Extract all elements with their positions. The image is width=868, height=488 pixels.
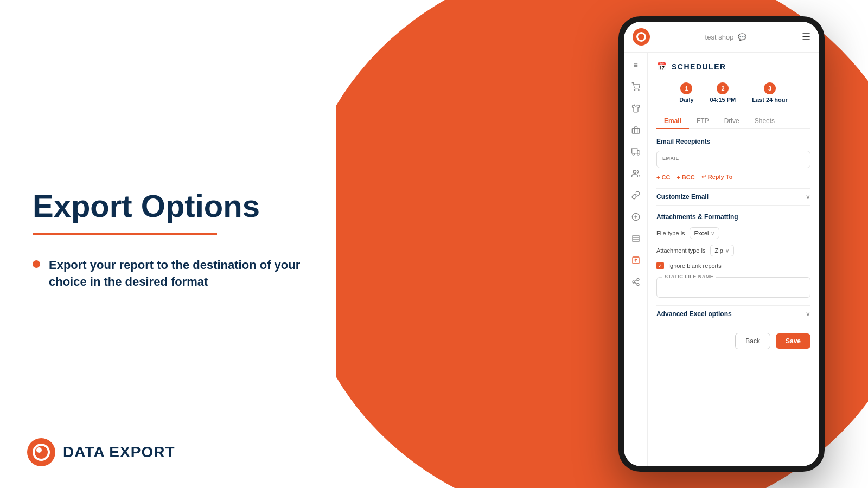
sidebar-icon-cart[interactable] (630, 81, 642, 93)
file-type-chevron-icon: ∨ (711, 230, 714, 236)
phone-sidebar: ≡ (624, 53, 648, 466)
sidebar-icon-money[interactable] (630, 211, 642, 223)
sidebar-icon-network[interactable] (630, 276, 642, 288)
email-field-wrap[interactable]: EMAIL (656, 151, 810, 168)
topbar-center: test shop 💬 (705, 33, 747, 41)
back-button[interactable]: Back (735, 333, 770, 349)
sidebar-icon-shirt[interactable] (630, 102, 642, 114)
bullet-item-1: Export your report to the destination of… (33, 257, 304, 291)
phone-body: ≡ (624, 53, 819, 466)
shop-name: test shop (705, 33, 734, 41)
save-button[interactable]: Save (776, 333, 810, 349)
sidebar-icon-menu[interactable]: ≡ (630, 59, 642, 71)
scheduler-header: 📅 SCHEDULER (656, 61, 810, 72)
customize-label: Customize Email (656, 193, 709, 201)
bcc-button[interactable]: + BCC (676, 174, 694, 181)
customize-row: Customize Email ∨ (656, 188, 810, 206)
phone-topbar: test shop 💬 ☰ (624, 22, 819, 53)
attachment-type-label: Attachment type is (656, 247, 706, 254)
bullet-dot-1 (33, 260, 40, 268)
cc-button[interactable]: + CC (656, 174, 670, 181)
svg-point-16 (637, 284, 639, 286)
sidebar-icon-link[interactable] (630, 189, 642, 201)
phone-main: 📅 SCHEDULER 1 Daily 2 04:15 PM 3 L (648, 53, 819, 466)
attachments-section-label: Attachments & Formatting (656, 213, 810, 221)
step-badge-2: 2 (717, 82, 729, 94)
email-section-label: Email Recepients (656, 138, 810, 145)
attachment-type-row: Attachment type is Zip ∨ (656, 245, 810, 256)
sidebar-icon-export[interactable] (630, 254, 642, 266)
step-label-2: 04:15 PM (710, 97, 736, 103)
svg-point-7 (633, 170, 636, 173)
ignore-blank-row: ✓ Ignore blank reports (656, 262, 810, 269)
chat-icon: 💬 (738, 33, 746, 41)
title-underline (33, 233, 217, 235)
sidebar-icon-truck[interactable] (630, 146, 642, 158)
brand-logo: DATA EXPORT (27, 438, 175, 466)
brand-name: DATA EXPORT (63, 444, 175, 461)
svg-rect-2 (632, 129, 639, 133)
menu-icon[interactable]: ☰ (802, 31, 810, 43)
advanced-label: Advanced Excel options (656, 310, 732, 318)
svg-line-18 (634, 280, 637, 281)
tab-sheets[interactable]: Sheets (747, 114, 782, 129)
tab-ftp[interactable]: FTP (689, 114, 717, 129)
file-type-value: Excel (694, 230, 709, 236)
tab-email[interactable]: Email (656, 114, 689, 129)
sidebar-icon-users[interactable] (630, 168, 642, 179)
svg-point-0 (634, 89, 635, 90)
cc-row: + CC + BCC ↩ Reply To (656, 174, 810, 181)
svg-line-17 (634, 282, 637, 284)
phone-logo-circle (633, 28, 650, 46)
sidebar-icon-building[interactable] (630, 124, 642, 136)
svg-point-6 (637, 153, 639, 155)
attachment-type-value: Zip (715, 247, 723, 254)
sidebar-icon-doc[interactable] (630, 233, 642, 245)
scheduler-icon: 📅 (656, 61, 667, 72)
phone-mockup: test shop 💬 ☰ ≡ (618, 16, 825, 472)
left-panel: Export Options Export your report to the… (0, 0, 336, 488)
step-label-3: Last 24 hour (752, 97, 787, 103)
svg-rect-3 (631, 149, 637, 153)
steps-row: 1 Daily 2 04:15 PM 3 Last 24 hour (656, 82, 810, 103)
bullet-text-1: Export your report to the destination of… (49, 257, 304, 291)
step-label-1: Daily (679, 97, 693, 103)
scheduler-title: SCHEDULER (672, 62, 726, 71)
svg-rect-9 (633, 235, 639, 242)
file-type-label: File type is (656, 230, 685, 236)
svg-point-5 (633, 153, 634, 155)
ignore-blank-label: Ignore blank reports (668, 262, 722, 269)
reply-to-button[interactable]: ↩ Reply To (701, 174, 733, 181)
attachment-type-select[interactable]: Zip ∨ (710, 245, 734, 256)
static-file-name-legend: STATIC FILE NAME (662, 274, 716, 279)
file-type-row: File type is Excel ∨ (656, 227, 810, 239)
step-badge-1: 1 (680, 82, 692, 94)
step-item-1: 1 Daily (679, 82, 693, 103)
main-title: Export Options (33, 189, 304, 223)
step-item-2: 2 04:15 PM (710, 82, 736, 103)
tab-drive[interactable]: Drive (717, 114, 747, 129)
step-item-3: 3 Last 24 hour (752, 82, 787, 103)
svg-marker-4 (637, 150, 640, 153)
static-file-name-wrap[interactable]: STATIC FILE NAME (656, 277, 810, 298)
static-file-name-input[interactable] (662, 282, 805, 293)
customize-chevron-icon[interactable]: ∨ (806, 193, 810, 201)
svg-point-1 (638, 89, 639, 90)
advanced-row: Advanced Excel options ∨ (656, 305, 810, 322)
phone-screen: test shop 💬 ☰ ≡ (624, 22, 819, 466)
attachment-type-chevron-icon: ∨ (725, 248, 729, 254)
step-badge-3: 3 (764, 82, 776, 94)
phone-logo-inner (636, 32, 646, 42)
action-row: Back Save (656, 333, 810, 349)
advanced-chevron-icon[interactable]: ∨ (806, 310, 810, 318)
bullet-list: Export your report to the destination of… (33, 257, 304, 299)
brand-icon-inner (33, 444, 50, 461)
file-type-select[interactable]: Excel ∨ (690, 227, 720, 239)
email-field-label: EMAIL (662, 156, 805, 161)
tabs-row: Email FTP Drive Sheets (656, 114, 810, 129)
svg-point-14 (637, 278, 639, 280)
svg-point-15 (633, 281, 635, 283)
ignore-blank-checkbox[interactable]: ✓ (656, 262, 664, 269)
brand-icon (27, 438, 55, 466)
